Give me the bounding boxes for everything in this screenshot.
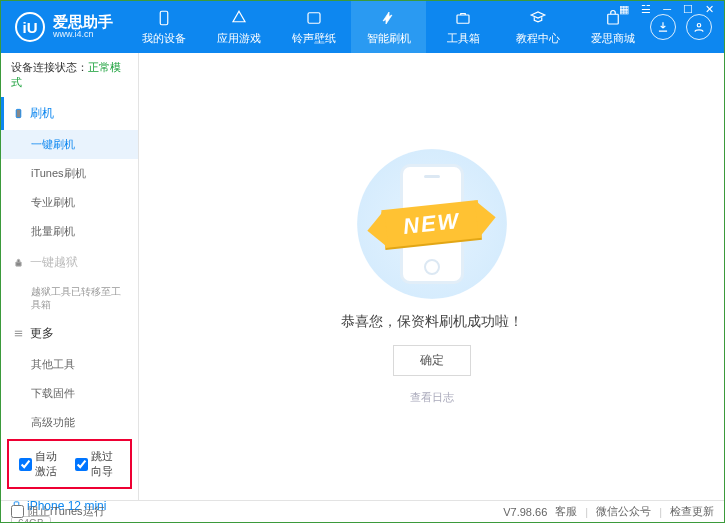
jailbreak-note: 越狱工具已转移至工具箱 [1,279,138,317]
close-icon[interactable]: ✕ [703,3,716,16]
section-title: 刷机 [30,105,54,122]
nav-ringtones[interactable]: 铃声壁纸 [276,1,351,53]
nav-my-device[interactable]: 我的设备 [127,1,202,53]
nav-label: 我的设备 [142,31,186,46]
footer: 阻止iTunes运行 V7.98.66 客服 | 微信公众号 | 检查更新 [1,500,724,522]
section-title: 更多 [30,325,54,342]
cb-block-itunes-input[interactable] [11,505,24,518]
apps-icon [230,9,248,27]
wallpaper-icon [305,9,323,27]
main-panel: NEW 恭喜您，保资料刷机成功啦！ 确定 查看日志 [139,53,724,500]
svg-point-4 [697,24,701,28]
user-button[interactable] [686,14,712,40]
settings-icon[interactable]: ▦ [617,3,631,16]
flash-icon [380,9,398,27]
nav-label: 铃声壁纸 [292,31,336,46]
sidebar-item-other[interactable]: 其他工具 [1,350,138,379]
nav-label: 爱思商城 [591,31,635,46]
lock-icon [13,257,24,268]
tutorial-icon [529,9,547,27]
footer-wechat[interactable]: 微信公众号 [596,504,651,519]
connection-status: 设备连接状态：正常模式 [1,53,138,97]
app-name: 爱思助手 [53,14,113,31]
phone-small-icon [13,108,24,119]
nav-flash[interactable]: 智能刷机 [351,1,426,53]
window-controls: ▦ ☱ ─ ☐ ✕ [617,3,716,16]
cb-block-itunes[interactable]: 阻止iTunes运行 [11,504,105,519]
svg-rect-0 [161,11,169,25]
sidebar-item-batch[interactable]: 批量刷机 [1,217,138,246]
nav-apps[interactable]: 应用游戏 [202,1,277,53]
nav-toolbox[interactable]: 工具箱 [426,1,501,53]
section-more[interactable]: 更多 [1,317,138,350]
minimize-icon[interactable]: ─ [661,3,673,16]
header: iU 爱思助手 www.i4.cn 我的设备 应用游戏 铃声壁纸 智能刷机 工具… [1,1,724,53]
checkbox-row: 自动激活 跳过向导 [7,439,132,489]
download-button[interactable] [650,14,676,40]
maximize-icon[interactable]: ☐ [681,3,695,16]
svg-rect-5 [16,109,21,117]
view-log-link[interactable]: 查看日志 [410,390,454,405]
cb-skip-guide-input[interactable] [75,458,88,471]
cb-auto-activate-input[interactable] [19,458,32,471]
nav-label: 工具箱 [447,31,480,46]
svg-rect-1 [308,12,320,23]
version-label: V7.98.66 [503,506,547,518]
sidebar-item-firmware[interactable]: 下载固件 [1,379,138,408]
ok-button[interactable]: 确定 [393,345,471,376]
cb-auto-activate[interactable]: 自动激活 [19,449,65,479]
svg-rect-6 [16,262,22,266]
logo-area: iU 爱思助手 www.i4.cn [1,12,127,42]
footer-update[interactable]: 检查更新 [670,504,714,519]
sidebar-item-oneclick[interactable]: 一键刷机 [1,130,138,159]
section-title: 一键越狱 [30,254,78,271]
svg-rect-2 [457,15,469,23]
phone-icon [155,9,173,27]
sidebar-item-itunes[interactable]: iTunes刷机 [1,159,138,188]
sidebar-item-pro[interactable]: 专业刷机 [1,188,138,217]
nav-label: 智能刷机 [367,31,411,46]
logo-icon: iU [15,12,45,42]
footer-service[interactable]: 客服 [555,504,577,519]
sidebar: 设备连接状态：正常模式 刷机 一键刷机 iTunes刷机 专业刷机 批量刷机 一… [1,53,139,500]
nav-tutorials[interactable]: 教程中心 [501,1,576,53]
toolbox-icon [454,9,472,27]
section-flash[interactable]: 刷机 [1,97,138,130]
skin-icon[interactable]: ☱ [639,3,653,16]
menu-icon [13,328,24,339]
nav-label: 应用游戏 [217,31,261,46]
app-url: www.i4.cn [53,30,113,40]
top-nav: 我的设备 应用游戏 铃声壁纸 智能刷机 工具箱 教程中心 爱思商城 [127,1,650,53]
success-message: 恭喜您，保资料刷机成功啦！ [341,313,523,331]
nav-label: 教程中心 [516,31,560,46]
header-right [650,14,724,40]
sidebar-item-advanced[interactable]: 高级功能 [1,408,138,437]
conn-label: 设备连接状态： [11,61,88,73]
cb-skip-guide[interactable]: 跳过向导 [75,449,121,479]
section-jailbreak: 一键越狱 [1,246,138,279]
success-illustration: NEW [332,149,532,299]
